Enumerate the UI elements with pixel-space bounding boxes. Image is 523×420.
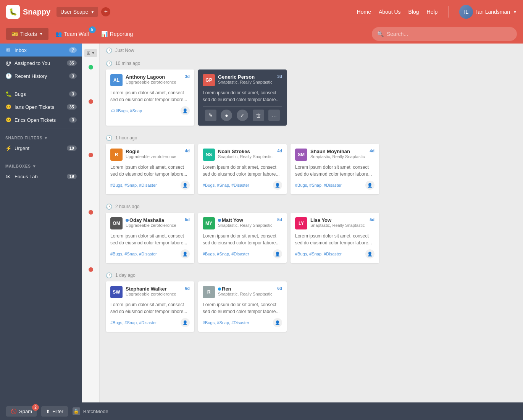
ticket-footer: #Bugs, #Snap, #Disaster 👤 <box>295 249 374 258</box>
ticket-header: MY Matt Yow Snaptastic, Really Snaptasti… <box>203 217 282 229</box>
nav-help[interactable]: Help <box>427 9 438 15</box>
search-input[interactable] <box>387 31 512 37</box>
ticket-card[interactable]: AL Anthony Lagoon Upgradeable zerotolero… <box>106 69 194 126</box>
ticket-card-highlighted[interactable]: GP Generic Person Snaptastic, Really Sna… <box>198 69 287 126</box>
tag-icon: 🏷 <box>110 108 115 113</box>
ticket-age: 3d <box>185 74 190 79</box>
sidebar-item-history[interactable]: 🕐 Recent History 3 <box>0 69 82 82</box>
more-action-button[interactable]: … <box>268 110 280 121</box>
ticket-footer: #Bugs, #Snap, #Disaster 👤 <box>203 181 282 190</box>
erics-icon: 😐 <box>5 117 11 123</box>
ticket-age: 4d <box>370 149 374 153</box>
grid-icon: ⊞ <box>87 50 90 56</box>
ticket-body: Lorem ipsum dolor sit amet, consect sed … <box>295 233 374 246</box>
ticket-body: Lorem ipsum dolor sit amet, consect sed … <box>110 89 190 103</box>
ticket-name: Stephanie Walker <box>126 286 182 292</box>
sidebar-item-bugs[interactable]: 🐛 Bugs 3 <box>0 87 82 100</box>
ticket-card[interactable]: OM Oday Mashalla Upgradeable zerotoleron… <box>106 213 194 263</box>
time-label-1day: 1 day ago <box>115 273 136 278</box>
spam-button[interactable]: 🚫 Spam 2 <box>6 406 37 417</box>
ticket-header: LY Lisa Yow Snaptastic, Really Snaptasti… <box>295 217 374 229</box>
tickets-grid-2hr: OM Oday Mashalla Upgradeable zerotoleron… <box>100 213 523 268</box>
sidebar-item-urgent[interactable]: ⚡ Urgent 10 <box>0 142 82 155</box>
ticket-info: Lisa Yow Snaptastic, Really Snaptastic <box>310 217 366 228</box>
avatar: AL <box>110 74 123 86</box>
logo-area: 🐛 Snappy <box>6 5 50 19</box>
ticket-name: Shaun Moynihan <box>310 149 366 154</box>
avatar: R <box>110 149 123 161</box>
tickets-button[interactable]: 🎫 Tickets ▼ <box>6 28 48 40</box>
time-header-1hr: 🕐 1 hour ago <box>100 131 523 144</box>
ticket-body: Lorem ipsum dolor sit amet, consect sed … <box>295 164 374 178</box>
inbox-label: Inbox <box>15 47 27 53</box>
delete-action-button[interactable]: 🗑 <box>253 110 264 121</box>
erics-label: Erics Open Tickets <box>15 117 56 123</box>
shared-filters-section[interactable]: SHARED FILTERS ▼ <box>0 131 82 142</box>
nav-about[interactable]: About Us <box>379 9 401 15</box>
team-wall-button[interactable]: 👥 Team Wall 5 <box>50 28 94 40</box>
inbox-count: 7 <box>69 47 77 53</box>
ticket-card[interactable]: SM Shaun Moynihan Snaptastic, Really Sna… <box>291 144 379 194</box>
ticket-card[interactable]: R Ren Snaptastic, Really Snaptastic 6d L… <box>198 281 287 332</box>
time-header-1day: 🕐 1 day ago <box>100 268 523 281</box>
ticket-body: Lorem ipsum dolor sit amet, consect sed … <box>203 89 282 103</box>
user-area[interactable]: IL Ian Landsman ▼ <box>459 5 517 19</box>
ticket-card[interactable]: MY Matt Yow Snaptastic, Really Snaptasti… <box>198 213 287 263</box>
time-label-just-now: Just Now <box>115 48 134 53</box>
nav-home[interactable]: Home <box>357 9 371 15</box>
spam-icon: 🚫 <box>11 409 17 414</box>
ticket-assign-icon: 👤 <box>365 249 374 258</box>
content-area: ⊞ ▼ <box>82 44 523 402</box>
sidebar-item-inbox[interactable]: ✉ Inbox 7 <box>0 44 82 57</box>
history-icon: 🕐 <box>5 73 11 79</box>
sidebar-item-ians[interactable]: 😊 Ians Open Tickets 35 <box>0 100 82 113</box>
time-group-1day: 🕐 1 day ago SW Stephanie Walker Upgradea… <box>100 268 523 337</box>
ians-icon: 😊 <box>5 104 11 110</box>
tickets-label: Tickets <box>20 31 37 37</box>
ticket-tags: 🏷 #Bugs, #Snap <box>110 108 142 113</box>
ticket-tags: #Bugs, #Snap, #Disaster <box>110 320 157 325</box>
mailboxes-chevron-icon: ▼ <box>32 164 37 168</box>
urgent-label: Urgent <box>15 145 29 151</box>
ticket-card[interactable]: SW Stephanie Walker Upgradeable zerotole… <box>106 281 194 332</box>
filter-button[interactable]: ⬆ Filter <box>41 406 68 417</box>
ticket-sub: Snaptastic, Really Snaptastic <box>218 154 274 159</box>
ticket-age: 5d <box>370 217 374 222</box>
ticket-tags: #Bugs, #Snap, #Disaster <box>295 183 342 187</box>
time-header-2hr: 🕐 2 hours ago <box>100 200 523 213</box>
mailboxes-section[interactable]: MAILBOXES ▼ <box>0 160 82 170</box>
avatar: NS <box>203 149 215 161</box>
ticket-info: Shaun Moynihan Snaptastic, Really Snapta… <box>310 149 366 159</box>
sidebar-item-assigned[interactable]: @ Assigned to You 35 <box>0 57 82 69</box>
ticket-card[interactable]: LY Lisa Yow Snaptastic, Really Snaptasti… <box>291 213 379 263</box>
workspace-selector[interactable]: User Scape ▼ <box>56 7 98 17</box>
sidebar-item-focus-lab[interactable]: ✉ Focus Lab 19 <box>0 170 82 183</box>
ticket-name: Noah Strokes <box>218 149 274 154</box>
reporting-button[interactable]: 📊 Reporting <box>96 28 139 40</box>
avatar: MY <box>203 217 215 229</box>
time-group-2hr: 🕐 2 hours ago OM Oday Mashalla Upgradeab… <box>100 200 523 268</box>
tickets-chevron-icon: ▼ <box>39 32 43 36</box>
ticket-body: Lorem ipsum dolor sit amet, consect sed … <box>203 233 282 246</box>
ticket-body: Lorem ipsum dolor sit amet, consect sed … <box>110 164 190 178</box>
edit-action-button[interactable]: ✎ <box>205 110 216 121</box>
ians-count: 35 <box>67 104 77 110</box>
status-action-button[interactable]: ● <box>221 110 232 121</box>
grid-toggle-button[interactable]: ⊞ ▼ <box>84 49 97 57</box>
ticket-card[interactable]: R Rogie Upgradeable zerotoleronce 4d Lor… <box>106 144 194 194</box>
sidebar-item-erics[interactable]: 😐 Erics Open Tickets 3 <box>0 113 82 126</box>
ticket-assign-icon: 👤 <box>273 181 282 190</box>
batch-lock-icon: 🔒 <box>73 407 80 415</box>
urgent-icon: ⚡ <box>5 145 11 151</box>
search-bar[interactable]: 🔍 <box>372 27 517 41</box>
check-action-button[interactable]: ✓ <box>237 110 248 121</box>
workspace-add-button[interactable]: + <box>101 7 110 16</box>
ticket-age: 5d <box>185 217 190 222</box>
workspace-chevron-icon: ▼ <box>90 10 94 14</box>
ticket-sub: Upgradeable zerotoleronce <box>126 292 182 296</box>
ticket-card[interactable]: NS Noah Strokes Snaptastic, Really Snapt… <box>198 144 287 194</box>
ticket-name: Ren <box>218 286 274 292</box>
toolbar: 🎫 Tickets ▼ 👥 Team Wall 5 📊 Reporting 🔍 <box>0 24 523 44</box>
clock-icon-2hr: 🕐 <box>106 204 112 210</box>
nav-blog[interactable]: Blog <box>408 9 419 15</box>
